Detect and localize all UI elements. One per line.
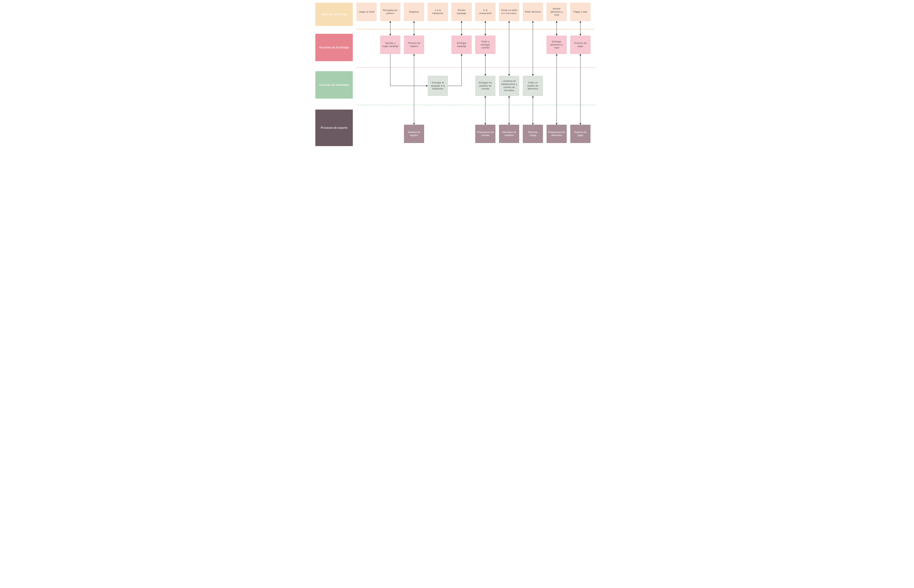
customer-action-4: Recibir equipaje — [452, 3, 472, 21]
support-process-6: Utensilios de limpieza — [499, 125, 519, 143]
backstage-action-5: Entregar los pedidos de comida — [475, 76, 495, 96]
frontstage-action-4: Entregar equipaje — [452, 36, 472, 54]
backstage-action-7: Pedir un pedido de alimentos — [523, 76, 543, 96]
support-process-7: Planchar (ropa) — [523, 125, 543, 143]
service-blueprint: Acciones de cliente Acciones de frontsta… — [315, 0, 599, 150]
frontstage-action-5: Pedir y entregar comida — [475, 36, 495, 54]
lane-header-support: Procesos de soporte — [315, 110, 353, 146]
frontstage-action-2: Proceso de registro — [404, 36, 424, 54]
backstage-action-6: Limpieza de habitaciones y cambio de ute… — [499, 76, 519, 96]
support-process-8: Preparación de alimentos — [546, 125, 567, 143]
customer-action-0: Llegar al hotel — [357, 3, 377, 21]
customer-action-8: Recibir alimentos y ropa — [546, 3, 567, 21]
frontstage-action-8: Entregar alimentos y ropa — [546, 36, 567, 54]
customer-action-6: Tomar un baño e ir a la cama. — [499, 3, 519, 21]
backstage-action-3: Entregar el equipaje a la habitación — [428, 76, 448, 96]
support-process-2: Sistema de registro — [404, 125, 424, 143]
support-process-5: Preparación de comida — [475, 125, 495, 143]
lane-header-frontstage: Acciones de frontstage — [315, 34, 353, 61]
customer-action-7: Pedir servicios — [523, 3, 543, 21]
customer-action-9: Pagar y salir — [570, 3, 590, 21]
customer-action-3: Ir a la habitación — [428, 3, 448, 21]
lane-header-customer: Acciones de cliente — [315, 3, 353, 26]
lane-header-backstage: Acciones de backstage — [315, 71, 353, 99]
customer-action-5: Ir al restaurante — [475, 3, 495, 21]
frontstage-action-1: Saludar y coger equipaje — [380, 36, 400, 54]
customer-action-2: Registrar — [404, 3, 424, 21]
frontstage-action-9: Proceso de pago — [570, 36, 590, 54]
support-process-9: Sistema de pago — [570, 125, 590, 143]
customer-action-1: Recogida por portero — [380, 3, 400, 21]
